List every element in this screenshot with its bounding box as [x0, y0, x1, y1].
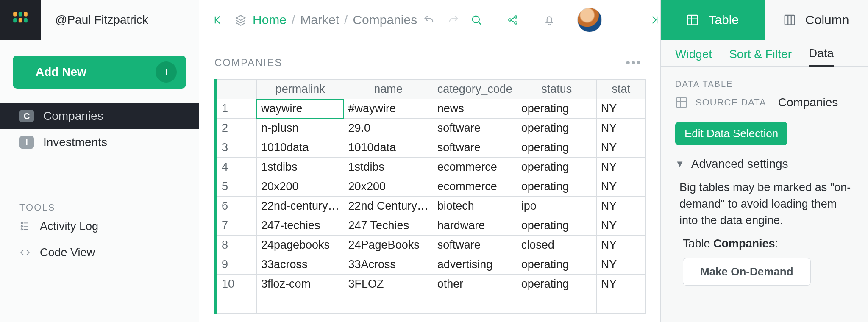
- cell-state[interactable]: NY: [596, 138, 645, 158]
- table-row[interactable]: 41stdibs1stdibsecommerceoperatingNY: [217, 158, 646, 177]
- rownum-cell[interactable]: 1: [217, 99, 257, 119]
- table-row[interactable]: 1waywire#waywirenewsoperatingNY: [217, 99, 646, 119]
- share-icon[interactable]: [504, 11, 521, 28]
- rownum-cell[interactable]: 3: [217, 138, 257, 158]
- app-logo[interactable]: [0, 0, 41, 40]
- cell-category_code[interactable]: advertising: [433, 255, 517, 275]
- tab-table[interactable]: Table: [661, 0, 765, 40]
- cell-permalink[interactable]: 1stdibs: [256, 158, 344, 177]
- cell-name[interactable]: 1010data: [344, 138, 433, 158]
- rownum-cell[interactable]: 9: [217, 255, 257, 275]
- cell-status[interactable]: operating: [517, 99, 596, 119]
- cell-state[interactable]: NY: [596, 177, 645, 197]
- cell-state[interactable]: NY: [596, 158, 645, 177]
- cell-permalink[interactable]: 3floz-com: [256, 275, 344, 294]
- rownum-cell[interactable]: 10: [217, 275, 257, 294]
- bell-icon[interactable]: [541, 11, 558, 28]
- subtab-data[interactable]: Data: [809, 47, 834, 67]
- table-row[interactable]: [217, 294, 646, 314]
- table-row[interactable]: 933across33AcrossadvertisingoperatingNY: [217, 255, 646, 275]
- cell-category_code[interactable]: ecommerce: [433, 177, 517, 197]
- table-row[interactable]: 622nd-century…22nd Century…biotechipoNY: [217, 197, 646, 216]
- cell-name[interactable]: 20x200: [344, 177, 433, 197]
- table-row[interactable]: 7247-techies247 Techieshardwareoperating…: [217, 216, 646, 236]
- column-header-category-code[interactable]: category_code: [433, 80, 517, 99]
- column-header-state[interactable]: stat: [596, 80, 645, 99]
- cell-status[interactable]: ipo: [517, 197, 596, 216]
- cell-status[interactable]: operating: [517, 255, 596, 275]
- cell-status[interactable]: closed: [517, 236, 596, 255]
- section-menu-icon[interactable]: •••: [626, 56, 642, 70]
- cell-status[interactable]: operating: [517, 216, 596, 236]
- rownum-header[interactable]: [217, 80, 257, 99]
- cell-category_code[interactable]: software: [433, 138, 517, 158]
- cell-category_code[interactable]: software: [433, 236, 517, 255]
- expand-right-icon[interactable]: [645, 11, 662, 28]
- rownum-cell[interactable]: 2: [217, 119, 257, 138]
- cell-category_code[interactable]: ecommerce: [433, 158, 517, 177]
- rownum-cell[interactable]: 7: [217, 216, 257, 236]
- breadcrumb-home[interactable]: Home: [253, 13, 287, 27]
- rownum-cell[interactable]: [217, 294, 257, 314]
- cell-name[interactable]: 33Across: [344, 255, 433, 275]
- collapse-left-icon[interactable]: [213, 11, 225, 28]
- cell-status[interactable]: operating: [517, 138, 596, 158]
- cell-state[interactable]: NY: [596, 236, 645, 255]
- cell-name[interactable]: 247 Techies: [344, 216, 433, 236]
- avatar[interactable]: [577, 8, 602, 32]
- subtab-widget[interactable]: Widget: [675, 47, 712, 66]
- cell-name[interactable]: 22nd Century…: [344, 197, 433, 216]
- subtab-sort-filter[interactable]: Sort & Filter: [729, 47, 792, 66]
- search-icon[interactable]: [468, 11, 485, 28]
- breadcrumb-market[interactable]: Market: [300, 13, 339, 27]
- cell-category_code[interactable]: other: [433, 275, 517, 294]
- rownum-cell[interactable]: 4: [217, 158, 257, 177]
- cell-status[interactable]: operating: [517, 177, 596, 197]
- cell-name[interactable]: #waywire: [344, 99, 433, 119]
- cell-permalink[interactable]: 20x200: [256, 177, 344, 197]
- edit-data-selection-button[interactable]: Edit Data Selection: [675, 122, 787, 145]
- cell-state[interactable]: NY: [596, 275, 645, 294]
- cell-status[interactable]: operating: [517, 275, 596, 294]
- column-header-permalink[interactable]: permalink: [256, 80, 344, 99]
- table-row[interactable]: 520x20020x200ecommerceoperatingNY: [217, 177, 646, 197]
- cell-permalink[interactable]: 247-techies: [256, 216, 344, 236]
- sidebar-item-companies[interactable]: C Companies: [0, 103, 199, 129]
- cell-state[interactable]: NY: [596, 255, 645, 275]
- column-header-name[interactable]: name: [344, 80, 433, 99]
- column-header-status[interactable]: status: [517, 80, 596, 99]
- sidebar-item-investments[interactable]: I Investments: [0, 129, 199, 155]
- cell-name[interactable]: 24PageBooks: [344, 236, 433, 255]
- cell-status[interactable]: operating: [517, 119, 596, 138]
- redo-icon[interactable]: [448, 11, 459, 28]
- data-grid[interactable]: permalink name category_code status stat…: [214, 79, 646, 314]
- tool-activity-log[interactable]: Activity Log: [0, 213, 199, 239]
- cell-category_code[interactable]: biotech: [433, 197, 517, 216]
- cell-permalink[interactable]: 22nd-century…: [256, 197, 344, 216]
- cell-permalink[interactable]: 33across: [256, 255, 344, 275]
- tab-column[interactable]: Column: [765, 0, 868, 40]
- table-row[interactable]: 824pagebooks24PageBookssoftwareclosedNY: [217, 236, 646, 255]
- table-row[interactable]: 31010data1010datasoftwareoperatingNY: [217, 138, 646, 158]
- cell-name[interactable]: 3FLOZ: [344, 275, 433, 294]
- cell-category_code[interactable]: news: [433, 99, 517, 119]
- rownum-cell[interactable]: 8: [217, 236, 257, 255]
- undo-icon[interactable]: [423, 11, 435, 28]
- advanced-settings-toggle[interactable]: ▼ Advanced settings: [675, 157, 854, 171]
- cell-status[interactable]: operating: [517, 158, 596, 177]
- cell-permalink[interactable]: 24pagebooks: [256, 236, 344, 255]
- add-new-button[interactable]: Add New: [13, 56, 186, 89]
- cell-state[interactable]: NY: [596, 197, 645, 216]
- cell-permalink[interactable]: n-plusn: [256, 119, 344, 138]
- cell-category_code[interactable]: hardware: [433, 216, 517, 236]
- cell-category_code[interactable]: software: [433, 119, 517, 138]
- table-row[interactable]: 2n-plusn29.0softwareoperatingNY: [217, 119, 646, 138]
- cell-name[interactable]: 29.0: [344, 119, 433, 138]
- make-on-demand-button[interactable]: Make On-Demand: [683, 258, 811, 286]
- cell-state[interactable]: NY: [596, 119, 645, 138]
- cell-state[interactable]: NY: [596, 216, 645, 236]
- rownum-cell[interactable]: 6: [217, 197, 257, 216]
- cell-permalink[interactable]: waywire: [256, 99, 344, 119]
- cell-permalink[interactable]: 1010data: [256, 138, 344, 158]
- breadcrumb-page[interactable]: Companies: [353, 13, 417, 27]
